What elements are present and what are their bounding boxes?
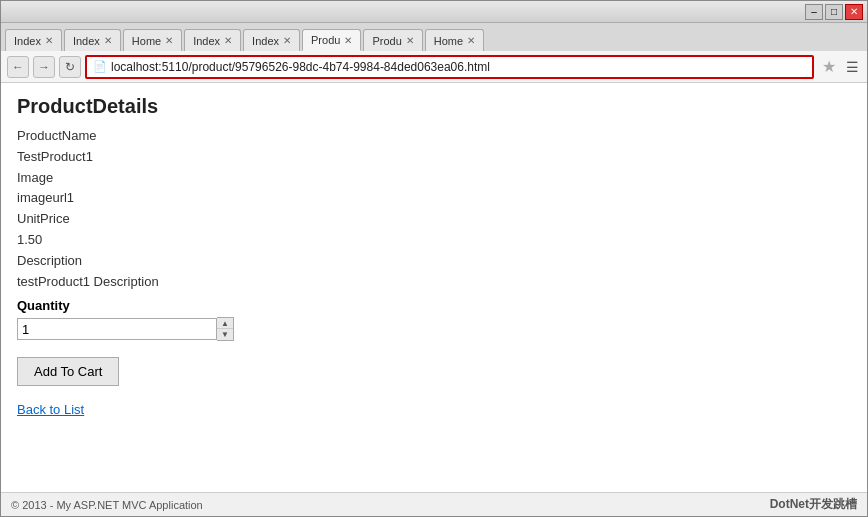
menu-icon[interactable]: ☰ bbox=[844, 59, 861, 75]
tab-bar: Index ✕ Index ✕ Home ✕ Index ✕ Index ✕ P… bbox=[1, 23, 867, 51]
tab-3[interactable]: Index ✕ bbox=[184, 29, 241, 51]
product-name-value: TestProduct1 bbox=[17, 147, 851, 168]
tab-5-label: Produ bbox=[311, 34, 340, 46]
tab-1-label: Index bbox=[73, 35, 100, 47]
page-title: ProductDetails bbox=[17, 95, 851, 118]
quantity-up-button[interactable]: ▲ bbox=[217, 318, 233, 329]
tab-4-label: Index bbox=[252, 35, 279, 47]
tab-0-close[interactable]: ✕ bbox=[45, 35, 53, 46]
page-icon: 📄 bbox=[93, 60, 107, 73]
back-to-list-link[interactable]: Back to List bbox=[17, 402, 84, 417]
tab-0[interactable]: Index ✕ bbox=[5, 29, 62, 51]
tab-6[interactable]: Produ ✕ bbox=[363, 29, 422, 51]
unit-price-label: UnitPrice bbox=[17, 209, 851, 230]
refresh-button[interactable]: ↻ bbox=[59, 56, 81, 78]
description-label: Description bbox=[17, 251, 851, 272]
address-bar[interactable]: 📄 bbox=[85, 55, 814, 79]
tab-3-close[interactable]: ✕ bbox=[224, 35, 232, 46]
minimize-button[interactable]: – bbox=[805, 4, 823, 20]
tab-6-close[interactable]: ✕ bbox=[406, 35, 414, 46]
tab-2[interactable]: Home ✕ bbox=[123, 29, 182, 51]
back-button[interactable]: ← bbox=[7, 56, 29, 78]
title-bar: – □ ✕ bbox=[1, 1, 867, 23]
close-button[interactable]: ✕ bbox=[845, 4, 863, 20]
tab-5-close[interactable]: ✕ bbox=[344, 35, 352, 46]
window-controls: – □ ✕ bbox=[805, 4, 863, 20]
footer: © 2013 - My ASP.NET MVC Application DotN… bbox=[1, 492, 867, 516]
image-value: imageurl1 bbox=[17, 188, 851, 209]
description-value: testProduct1 Description bbox=[17, 272, 851, 293]
tab-7-label: Home bbox=[434, 35, 463, 47]
maximize-button[interactable]: □ bbox=[825, 4, 843, 20]
tab-7-close[interactable]: ✕ bbox=[467, 35, 475, 46]
image-label: Image bbox=[17, 168, 851, 189]
quantity-spinner: ▲ ▼ bbox=[217, 317, 234, 341]
tab-4-close[interactable]: ✕ bbox=[283, 35, 291, 46]
tab-5[interactable]: Produ ✕ bbox=[302, 29, 361, 51]
footer-copyright: © 2013 - My ASP.NET MVC Application bbox=[11, 499, 203, 511]
product-name-label: ProductName bbox=[17, 126, 851, 147]
forward-button[interactable]: → bbox=[33, 56, 55, 78]
quantity-down-button[interactable]: ▼ bbox=[217, 329, 233, 340]
tab-7[interactable]: Home ✕ bbox=[425, 29, 484, 51]
quantity-label: Quantity bbox=[17, 298, 851, 313]
footer-logo: DotNet开发跳槽 bbox=[770, 496, 857, 513]
bookmark-icon[interactable]: ★ bbox=[818, 57, 840, 76]
address-input[interactable] bbox=[111, 60, 806, 74]
page-content: ProductDetails ProductName TestProduct1 … bbox=[1, 83, 867, 492]
tab-4[interactable]: Index ✕ bbox=[243, 29, 300, 51]
nav-bar: ← → ↻ 📄 ★ ☰ bbox=[1, 51, 867, 83]
unit-price-value: 1.50 bbox=[17, 230, 851, 251]
tab-0-label: Index bbox=[14, 35, 41, 47]
tab-2-close[interactable]: ✕ bbox=[165, 35, 173, 46]
content-area: ProductDetails ProductName TestProduct1 … bbox=[1, 83, 867, 492]
add-to-cart-button[interactable]: Add To Cart bbox=[17, 357, 119, 386]
tab-1-close[interactable]: ✕ bbox=[104, 35, 112, 46]
quantity-container: ▲ ▼ bbox=[17, 317, 851, 341]
tab-3-label: Index bbox=[193, 35, 220, 47]
quantity-input[interactable] bbox=[17, 318, 217, 340]
tab-6-label: Produ bbox=[372, 35, 401, 47]
tab-1[interactable]: Index ✕ bbox=[64, 29, 121, 51]
tab-2-label: Home bbox=[132, 35, 161, 47]
